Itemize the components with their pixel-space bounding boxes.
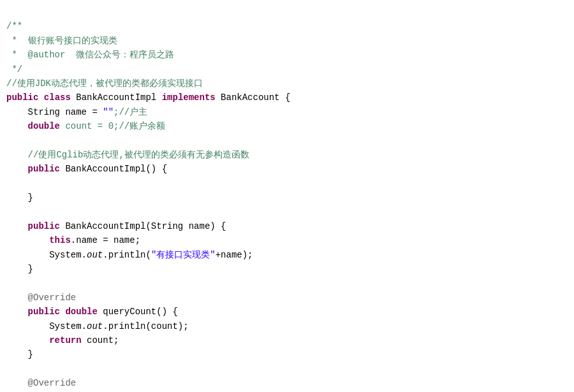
code-token: [6, 121, 28, 131]
code-token: System.: [6, 250, 87, 260]
code-line: //使用JDK动态代理，被代理的类都必须实现接口: [0, 76, 574, 91]
code-token: System.: [6, 321, 87, 331]
code-token: BankAccount {: [216, 92, 291, 103]
code-line: System.out.println("有接口实现类"+name);: [0, 248, 574, 262]
code-token: public: [28, 164, 60, 174]
code-token: name =: [60, 107, 103, 117]
code-line: public double queryCount() {: [0, 305, 574, 319]
code-line: */: [0, 62, 574, 76]
code-line: return count;: [0, 333, 574, 347]
code-token: BankAccountImpl() {: [60, 164, 167, 174]
code-token: [6, 307, 28, 317]
code-line: String name = "";//户主: [0, 105, 574, 119]
code-token: String: [6, 107, 60, 117]
code-token: .println(count);: [103, 321, 188, 331]
code-line: [0, 205, 574, 219]
code-token: implements: [162, 92, 216, 103]
code-token: out: [87, 250, 103, 260]
code-token: double: [28, 121, 60, 131]
code-token: /**: [6, 21, 22, 31]
code-line: @Override: [0, 291, 574, 305]
code-token: class: [44, 92, 71, 103]
code-line: public BankAccountImpl() {: [0, 162, 574, 176]
code-line: * 银行账号接口的实现类: [0, 34, 574, 48]
code-line: System.out.println(count);: [0, 319, 574, 333]
code-line: public BankAccountImpl(String name) {: [0, 219, 574, 233]
code-token: *: [6, 36, 28, 46]
code-line: }: [0, 347, 574, 361]
code-token: //使用JDK动态代理，被代理的类都必须实现接口: [6, 78, 203, 89]
code-token: public: [28, 221, 60, 231]
code-line: * @author 微信公众号：程序员之路: [0, 48, 574, 62]
code-token: queryCount() {: [98, 307, 178, 317]
code-line: this.name = name;: [0, 233, 574, 247]
code-line: }: [0, 262, 574, 276]
code-token: 银行账号接口的实现类: [28, 36, 117, 46]
code-token: count;: [82, 335, 119, 345]
code-token: public: [28, 307, 60, 317]
code-token: ;//户主: [114, 107, 147, 117]
code-line: [0, 362, 574, 376]
code-token: [6, 164, 28, 174]
code-editor: /** * 银行账号接口的实现类 * @author 微信公众号：程序员之路 *…: [0, 0, 574, 392]
code-token: */: [6, 64, 22, 75]
code-line: public class BankAccountImpl implements …: [0, 91, 574, 105]
code-token: count = 0;//账户余额: [60, 121, 165, 131]
code-token: public: [6, 92, 38, 103]
code-token: }: [6, 264, 33, 274]
code-token: String: [151, 221, 183, 231]
code-token: [38, 92, 43, 103]
code-line: @Override: [0, 376, 574, 390]
code-line: [0, 177, 574, 191]
code-token: }: [6, 192, 33, 203]
code-token: name) {: [183, 221, 226, 231]
code-line: [0, 276, 574, 290]
code-token: BankAccountImpl: [71, 92, 162, 103]
code-token: double: [65, 307, 97, 317]
code-token: //使用Cglib动态代理,被代理的类必须有无参构造函数: [6, 150, 249, 160]
code-token: "": [103, 107, 114, 117]
code-token: this: [49, 235, 71, 245]
code-token: }: [6, 349, 33, 359]
code-token: BankAccountImpl(: [60, 221, 151, 231]
code-token: .name = name;: [71, 235, 140, 245]
code-token: "有接口实现类": [151, 250, 216, 260]
code-token: @author: [28, 50, 66, 60]
code-line: //使用Cglib动态代理,被代理的类必须有无参构造函数: [0, 148, 574, 162]
code-line: /**: [0, 19, 574, 33]
code-token: @Override: [6, 378, 76, 388]
code-token: *: [6, 50, 28, 60]
code-token: +name);: [216, 250, 253, 260]
code-token: 微信公众号：程序员之路: [65, 50, 174, 60]
code-line: [0, 134, 574, 148]
code-line: }: [0, 191, 574, 205]
code-token: .println(: [103, 250, 151, 260]
code-token: [6, 235, 49, 245]
code-token: [6, 335, 49, 345]
code-token: [6, 221, 28, 231]
code-token: @Override: [6, 293, 76, 303]
code-token: out: [87, 321, 103, 331]
code-token: return: [49, 335, 81, 345]
code-line: double count = 0;//账户余额: [0, 119, 574, 133]
